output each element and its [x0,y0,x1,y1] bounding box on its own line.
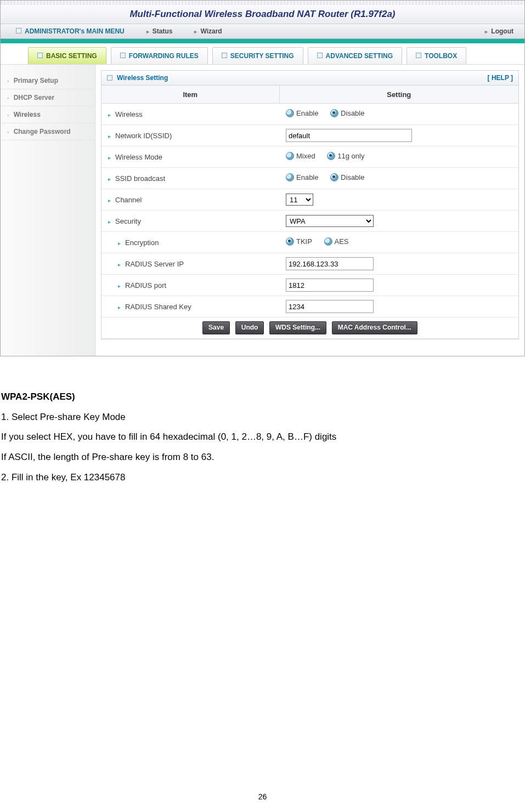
square-icon [107,75,112,81]
radio-icon [286,109,294,117]
radio-mode-11g[interactable]: 11g only [327,152,364,160]
radio-icon [286,152,294,160]
menu-logout[interactable]: Logout [485,27,513,35]
radio-wireless-disable[interactable]: Disable [330,109,364,117]
select-security[interactable]: WPA [286,215,374,227]
tab-advanced-setting[interactable]: ADVANCED SETTING [308,47,402,64]
col-setting: Setting [279,86,518,104]
tab-bar: BASIC SETTING FORWARDING RULES SECURITY … [1,43,524,65]
radio-broadcast-enable[interactable]: Enable [286,173,318,181]
square-icon [120,53,126,58]
arrow-icon: ▸ [108,197,111,203]
input-ssid[interactable] [286,129,412,142]
tab-security-setting[interactable]: SECURITY SETTING [212,47,303,64]
square-icon [317,53,323,58]
label-channel: Channel [115,196,142,204]
panel-title: Wireless Setting [117,74,168,82]
doc-step-1: 1. Select Pre-share Key Mode [1,411,524,424]
tab-forwarding-rules[interactable]: FORWARDING RULES [111,47,208,64]
doc-ascii-note: If ASCII, the length of Pre-share key is… [1,451,524,464]
product-title-bar: Multi-Functional Wireless Broadband NAT … [1,5,524,24]
row-radius-port: ▸RADIUS port [101,275,518,296]
router-admin-ui: Multi-Functional Wireless Broadband NAT … [0,0,525,356]
table-header-row: Item Setting [101,86,518,104]
window-top-border [1,1,524,5]
doc-hex-note: If you select HEX, you have to fill in 6… [1,430,524,444]
label-ssid: Network ID(SSID) [115,132,172,140]
label-encryption: Encryption [125,239,159,247]
radio-mode-mixed[interactable]: Mixed [286,152,315,160]
arrow-icon: ▸ [108,112,111,118]
sidebar-item-primary-setup[interactable]: Primary Setup [1,72,95,89]
arrow-icon: ▸ [108,133,111,139]
radio-icon [324,237,332,246]
ui-body: Primary Setup DHCP Server Wireless Chang… [1,65,524,356]
product-title: Multi-Functional Wireless Broadband NAT … [129,9,395,19]
radio-icon [286,173,294,181]
menu-wizard[interactable]: Wizard [194,27,222,35]
row-wireless: ▸Wireless Enable Disable [101,104,518,125]
label-wireless: Wireless [115,110,143,118]
radio-enc-tkip[interactable]: TKIP [286,237,312,246]
label-radius-port: RADIUS port [125,281,166,289]
teal-separator [1,39,524,43]
sidebar-item-change-password[interactable]: Change Password [1,123,95,140]
radio-icon [330,109,338,117]
sidebar-item-wireless[interactable]: Wireless [1,106,95,123]
radio-wireless-enable[interactable]: Enable [286,109,318,117]
admin-main-menu-label: ADMINISTRATOR's MAIN MENU [16,27,125,35]
row-radius-ip: ▸RADIUS Server IP [101,253,518,275]
row-radius-key: ▸RADIUS Shared Key [101,296,518,317]
col-item: Item [101,86,279,104]
label-radius-key: RADIUS Shared Key [125,303,191,311]
doc-step-2: 2. Fill in the key, Ex 12345678 [1,471,524,485]
square-icon [416,53,421,58]
panel-header: Wireless Setting [ HELP ] [101,71,518,86]
select-channel[interactable]: 11 [286,194,313,206]
label-security: Security [115,217,141,225]
input-radius-port[interactable] [286,279,374,292]
input-radius-key[interactable] [286,300,374,313]
menu-status[interactable]: Status [146,27,173,35]
arrow-icon: ▸ [108,176,111,182]
arrow-icon: ▸ [108,219,111,225]
mac-address-control-button[interactable]: MAC Address Control... [332,321,417,334]
arrow-icon: ▸ [118,283,121,289]
main-panel-area: Wireless Setting [ HELP ] Item Setting ▸… [95,65,524,356]
square-icon [16,28,21,33]
row-wireless-mode: ▸Wireless Mode Mixed 11g only [101,146,518,168]
radio-enc-aes[interactable]: AES [324,237,349,246]
tab-toolbox[interactable]: TOOLBOX [407,47,466,64]
row-ssid-broadcast: ▸SSID broadcast Enable Disable [101,168,518,189]
help-link[interactable]: [ HELP ] [488,74,513,82]
save-button[interactable]: Save [202,321,230,334]
label-ssid-broadcast: SSID broadcast [115,174,165,183]
label-wireless-mode: Wireless Mode [115,153,162,161]
radio-broadcast-disable[interactable]: Disable [330,173,364,181]
settings-table: Item Setting ▸Wireless Enable Disable ▸N… [101,86,518,339]
arrow-icon: ▸ [108,155,111,161]
arrow-icon: ▸ [118,262,121,268]
radio-icon [330,173,338,181]
row-ssid: ▸Network ID(SSID) [101,125,518,146]
page-number: 26 [0,792,525,801]
square-icon [222,53,227,58]
sidebar-item-dhcp-server[interactable]: DHCP Server [1,89,95,106]
undo-button[interactable]: Undo [235,321,264,334]
wireless-setting-panel: Wireless Setting [ HELP ] Item Setting ▸… [101,70,519,339]
doc-heading: WPA2-PSK(AES) [1,390,524,404]
document-text: WPA2-PSK(AES) 1. Select Pre-share Key Mo… [0,356,525,484]
wds-setting-button[interactable]: WDS Setting... [269,321,326,334]
row-channel: ▸Channel 11 [101,189,518,211]
square-icon [37,53,43,58]
input-radius-ip[interactable] [286,257,374,270]
row-security: ▸Security WPA [101,211,518,232]
radio-icon [327,152,335,160]
row-encryption: ▸Encryption TKIP AES [101,232,518,253]
tab-basic-setting[interactable]: BASIC SETTING [28,47,106,64]
admin-menubar: ADMINISTRATOR's MAIN MENU Status Wizard … [1,24,524,39]
row-buttons: Save Undo WDS Setting... MAC Address Con… [101,317,518,339]
arrow-icon: ▸ [118,240,121,246]
sidebar: Primary Setup DHCP Server Wireless Chang… [1,65,95,356]
label-radius-ip: RADIUS Server IP [125,260,184,268]
